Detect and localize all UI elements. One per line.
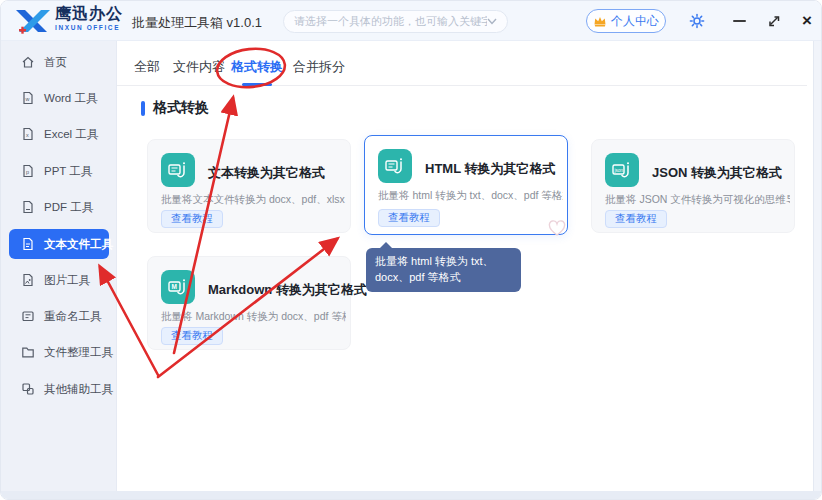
card-description: 批量将文本文件转换为 docx、pdf、xlsx 等... (161, 193, 346, 207)
main-content: 全部 文件内容 格式转换 合并拆分 格式转换 文本转换为其它格式 批量将文本文件… (117, 41, 822, 494)
chevron-down-icon (487, 18, 497, 25)
brand-name-cn: 鹰迅办公 (55, 6, 123, 22)
view-tutorial-button[interactable]: 查看教程 (161, 210, 223, 228)
favorite-button[interactable] (547, 219, 567, 241)
vertical-scrollbar[interactable] (813, 41, 821, 493)
sidebar-item-text-file-tools[interactable]: 文本文件工具 (9, 229, 109, 259)
brand-name-en: INXUN OFFICE (55, 25, 123, 32)
sidebar-item-other-tools[interactable]: 其他辅助工具 (9, 374, 109, 404)
view-tutorial-button[interactable]: 查看教程 (605, 210, 667, 228)
section-header: 格式转换 (141, 99, 209, 117)
close-icon: × (802, 11, 812, 31)
tooltip-text: 批量将 html 转换为 txt、docx、pdf 等格式 (375, 255, 494, 283)
maximize-button[interactable] (761, 9, 787, 33)
json-convert-icon: json (605, 153, 639, 187)
card-title: JSON 转换为其它格式 (652, 164, 782, 182)
card-markdown-convert[interactable]: M Markdown 转换为其它格式 批量将 Markdown 转换为 docx… (147, 256, 351, 350)
folder-icon (21, 345, 35, 359)
view-tutorial-button[interactable]: 查看教程 (378, 209, 440, 227)
tab-format-conversion[interactable]: 格式转换 (231, 56, 283, 86)
card-description: 批量将 html 转换为 txt、docx、pdf 等格式 (378, 189, 563, 203)
svg-text:w: w (25, 96, 30, 102)
view-tutorial-button[interactable]: 查看教程 (161, 327, 223, 345)
card-title: 文本转换为其它格式 (208, 164, 325, 182)
resize-diagonal-icon (767, 14, 781, 28)
card-description: 批量将 JSON 文件转换为可视化的思维导图... (605, 193, 790, 207)
minimize-icon (733, 20, 746, 22)
sidebar-item-label: PPT 工具 (44, 164, 92, 179)
app-title: 批量处理工具箱 v1.0.1 (132, 14, 262, 32)
crown-icon (593, 15, 607, 27)
markdown-convert-icon: M (161, 270, 195, 304)
sidebar-item-label: 重命名工具 (44, 309, 102, 324)
app-window: 鹰迅办公 INXUN OFFICE 批量处理工具箱 v1.0.1 请选择一个具体… (0, 0, 822, 500)
svg-text:p: p (26, 169, 29, 175)
top-bar: 鹰迅办公 INXUN OFFICE 批量处理工具箱 v1.0.1 请选择一个具体… (1, 1, 822, 41)
sidebar-item-word-tools[interactable]: w Word 工具 (9, 83, 109, 113)
card-text-convert[interactable]: 文本转换为其它格式 批量将文本文件转换为 docx、pdf、xlsx 等... … (147, 139, 351, 233)
footer-bar (1, 491, 822, 499)
card-title: HTML 转换为其它格式 (425, 160, 555, 178)
active-tab-underline (242, 83, 272, 86)
card-description: 批量将 Markdown 转换为 docx、pdf 等格式 (161, 310, 346, 324)
card-html-convert[interactable]: HTML 转换为其它格式 批量将 html 转换为 txt、docx、pdf 等… (364, 135, 568, 235)
sidebar-item-label: Excel 工具 (44, 127, 98, 142)
image-file-icon (21, 273, 35, 287)
close-button[interactable]: × (794, 9, 820, 33)
sidebar-item-label: 首页 (44, 55, 67, 70)
user-center-label: 个人中心 (611, 13, 659, 30)
word-file-icon: w (21, 91, 35, 105)
svg-text:M: M (172, 283, 177, 290)
search-placeholder: 请选择一个具体的功能，也可输入关键字搜索！ (294, 14, 487, 29)
excel-file-icon: x (21, 127, 35, 141)
html-convert-icon (378, 149, 412, 183)
sidebar-item-pdf-tools[interactable]: PDF 工具 (9, 192, 109, 222)
tooltip: 批量将 html 转换为 txt、docx、pdf 等格式 (366, 248, 521, 292)
tab-merge-split[interactable]: 合并拆分 (293, 56, 345, 86)
user-center-button[interactable]: 个人中心 (586, 9, 666, 33)
home-icon (21, 55, 35, 69)
ppt-file-icon: p (21, 164, 35, 178)
sidebar: 首页 w Word 工具 x Excel 工具 p PPT 工具 PDF 工具 … (1, 41, 117, 494)
section-title: 格式转换 (153, 99, 209, 117)
sidebar-item-label: 其他辅助工具 (44, 382, 113, 397)
tab-bar: 全部 文件内容 格式转换 合并拆分 (117, 56, 807, 86)
card-title: Markdown 转换为其它格式 (208, 281, 367, 299)
card-json-convert[interactable]: json JSON 转换为其它格式 批量将 JSON 文件转换为可视化的思维导图… (591, 139, 795, 233)
sidebar-item-ppt-tools[interactable]: p PPT 工具 (9, 156, 109, 186)
sidebar-item-label: Word 工具 (44, 91, 97, 106)
tab-file-content[interactable]: 文件内容 (173, 56, 225, 86)
svg-text:x: x (26, 132, 29, 138)
brand-logo-icon (13, 6, 53, 36)
sidebar-item-label: 图片工具 (44, 273, 90, 288)
text-file-icon (21, 237, 35, 251)
search-input[interactable]: 请选择一个具体的功能，也可输入关键字搜索！ (283, 10, 508, 33)
minimize-button[interactable] (726, 9, 752, 33)
sidebar-item-image-tools[interactable]: 图片工具 (9, 265, 109, 295)
brand-name: 鹰迅办公 INXUN OFFICE (55, 6, 123, 32)
text-convert-icon (161, 153, 195, 187)
heart-icon (547, 219, 567, 237)
sidebar-item-home[interactable]: 首页 (9, 47, 109, 77)
tab-all[interactable]: 全部 (134, 56, 160, 86)
pdf-file-icon (21, 200, 35, 214)
settings-button[interactable] (684, 9, 710, 33)
sidebar-item-label: 文件整理工具 (44, 345, 113, 360)
rename-icon (21, 309, 35, 323)
sidebar-item-label: PDF 工具 (44, 200, 93, 215)
sidebar-item-rename-tools[interactable]: 重命名工具 (9, 301, 109, 331)
section-accent-bar (141, 101, 145, 116)
sidebar-item-file-organize-tools[interactable]: 文件整理工具 (9, 337, 109, 367)
svg-text:json: json (613, 168, 623, 173)
tools-grid-icon (21, 382, 35, 396)
sidebar-item-label: 文本文件工具 (44, 237, 113, 252)
gear-icon (689, 13, 705, 29)
sidebar-item-excel-tools[interactable]: x Excel 工具 (9, 119, 109, 149)
